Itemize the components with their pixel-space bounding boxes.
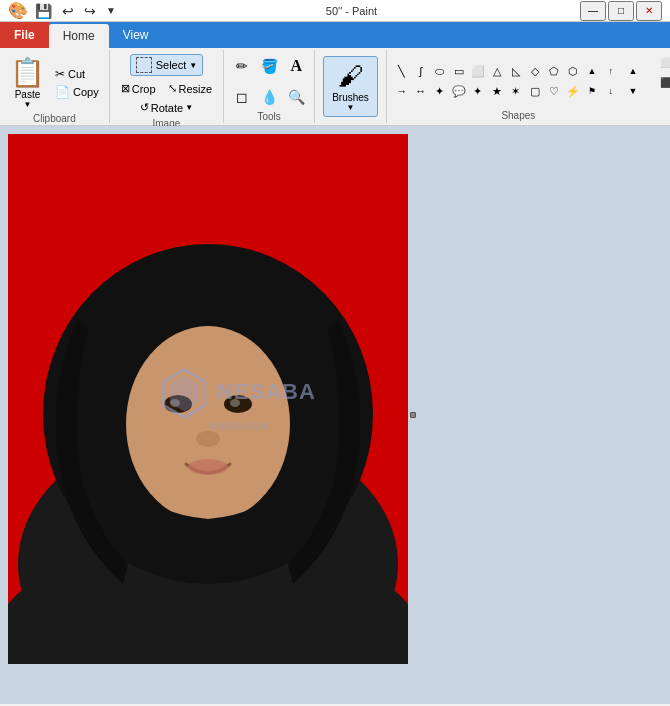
star5-shape[interactable]: ★ [488, 82, 506, 100]
select-button[interactable]: Select ▼ [130, 54, 204, 76]
outline-icon: ⬜ [660, 57, 670, 68]
rounded-rect-shape[interactable]: ⬜ [469, 62, 487, 80]
arrow-shape[interactable]: → [393, 82, 411, 100]
cut-icon: ✂ [55, 67, 65, 81]
magnifier-tool[interactable]: 🔍 [284, 85, 308, 109]
curve-shape[interactable]: ∫ [412, 62, 430, 80]
hexagon-shape[interactable]: ⬡ [564, 62, 582, 80]
copy-icon: 📄 [55, 85, 70, 99]
brushes-label: Brushes [332, 92, 369, 103]
paste-label: Paste [15, 89, 41, 100]
right-triangle-shape[interactable]: ◺ [507, 62, 525, 80]
resize-icon: ⤡ [168, 82, 177, 95]
svg-point-10 [196, 431, 220, 447]
callout-shape[interactable]: 💬 [450, 82, 468, 100]
image-group: Select ▼ ⊠ Crop ⤡ Resize ↺ Rotate ▼ [110, 50, 224, 123]
scroll2-shape[interactable]: ↓ [602, 82, 620, 100]
svg-point-9 [230, 399, 240, 407]
close-button[interactable]: ✕ [636, 1, 662, 21]
clipboard-content: 📋 Paste ▼ ✂ Cut 📄 Copy [6, 54, 103, 111]
diamond-shape[interactable]: ◇ [526, 62, 544, 80]
brushes-content: 🖌 Brushes ▼ [323, 54, 378, 119]
eraser-tool[interactable]: ◻ [230, 85, 254, 109]
heart-shape[interactable]: ♡ [545, 82, 563, 100]
svg-point-5 [126, 326, 290, 522]
select-label: Select [156, 59, 187, 71]
redo-icon[interactable]: ↪ [81, 2, 99, 20]
tools-label: Tools [230, 109, 308, 124]
dropdown-icon[interactable]: ▼ [103, 4, 119, 17]
double-arrow-shape[interactable]: ↔ [412, 82, 430, 100]
save-icon[interactable]: 💾 [32, 2, 55, 20]
tools-row-2: ◻ 💧 🔍 [230, 85, 308, 109]
flag-shape[interactable]: ⚑ [583, 82, 601, 100]
resize-button[interactable]: ⤡ Resize [163, 80, 218, 97]
outline-button[interactable]: ⬜ Outline ▼ [656, 54, 670, 70]
paste-icon: 📋 [10, 56, 45, 89]
crop-label: Crop [132, 83, 156, 95]
clipboard-small-buttons: ✂ Cut 📄 Copy [51, 66, 103, 100]
shapes-group: ╲ ∫ ⬭ ▭ ⬜ △ ◺ ◇ ⬠ ⬡ ▲ ↑ → ↔ ✦ 💬 [387, 50, 650, 123]
brushes-button[interactable]: 🖌 Brushes ▼ [323, 56, 378, 117]
crop-button[interactable]: ⊠ Crop [116, 80, 161, 97]
copy-button[interactable]: 📄 Copy [51, 84, 103, 100]
tab-file[interactable]: File [0, 22, 49, 48]
minimize-button[interactable]: — [580, 1, 606, 21]
maximize-button[interactable]: □ [608, 1, 634, 21]
image-row-1: ⊠ Crop ⤡ Resize [116, 80, 217, 97]
window-title: 50'' - Paint [123, 5, 580, 17]
select-icon [136, 57, 152, 73]
cut-label: Cut [68, 68, 85, 80]
scroll-shape[interactable]: ↑ [602, 62, 620, 80]
star4-shape[interactable]: ✦ [469, 82, 487, 100]
lightning-shape[interactable]: ⚡ [564, 82, 582, 100]
triangle-shape[interactable]: △ [488, 62, 506, 80]
shapes-grid-wrapper: ╲ ∫ ⬭ ▭ ⬜ △ ◺ ◇ ⬠ ⬡ ▲ ↑ → ↔ ✦ 💬 [393, 62, 620, 100]
brushes-icon: 🖌 [338, 61, 364, 92]
quad-arrow-shape[interactable]: ✦ [431, 82, 449, 100]
shapes-scroll: ▲ ▼ [622, 62, 644, 100]
arrow-up-shape[interactable]: ▲ [583, 62, 601, 80]
paste-button[interactable]: 📋 Paste ▼ [6, 54, 49, 111]
person-silhouette [8, 134, 408, 664]
rounded-rect2-shape[interactable]: ▢ [526, 82, 544, 100]
rect-shape[interactable]: ▭ [450, 62, 468, 80]
title-bar: 🎨 💾 ↩ ↪ ▼ 50'' - Paint — □ ✕ [0, 0, 670, 22]
canvas-area[interactable]: NESABA media.com [0, 126, 670, 704]
rotate-label: Rotate [151, 102, 183, 114]
fill-button[interactable]: ⬛ Fill ▾ [656, 74, 670, 91]
oval-shape[interactable]: ⬭ [431, 62, 449, 80]
ribbon-toolbar: 📋 Paste ▼ ✂ Cut 📄 Copy Clipboard [0, 48, 670, 126]
shapes-scroll-up[interactable]: ▲ [624, 62, 642, 80]
tools-group: ✏ 🪣 A ◻ 💧 🔍 Tools [224, 50, 315, 123]
shapes-label: Shapes [393, 108, 644, 123]
pencil-tool[interactable]: ✏ [230, 54, 254, 78]
canvas-handle[interactable] [410, 412, 416, 418]
shapes-scroll-down[interactable]: ▼ [624, 82, 642, 100]
paste-dropdown-arrow: ▼ [24, 100, 32, 109]
rotate-button[interactable]: ↺ Rotate ▼ [135, 99, 198, 116]
image-content: Select ▼ ⊠ Crop ⤡ Resize ↺ Rotate ▼ [116, 54, 217, 116]
select-arrow: ▼ [189, 61, 197, 70]
line-shape[interactable]: ╲ [393, 62, 411, 80]
text-tool[interactable]: A [284, 54, 308, 78]
crop-icon: ⊠ [121, 82, 130, 95]
pentagon-shape[interactable]: ⬠ [545, 62, 563, 80]
shapes-row-1: ╲ ∫ ⬭ ▭ ⬜ △ ◺ ◇ ⬠ ⬡ ▲ ↑ [393, 62, 620, 80]
star6-shape[interactable]: ✶ [507, 82, 525, 100]
color-picker-tool[interactable]: 💧 [257, 85, 281, 109]
rotate-icon: ↺ [140, 101, 149, 114]
cut-button[interactable]: ✂ Cut [51, 66, 103, 82]
tab-view[interactable]: View [109, 22, 163, 48]
brushes-arrow: ▼ [347, 103, 355, 112]
window-controls: — □ ✕ [580, 1, 662, 21]
tab-home[interactable]: Home [49, 24, 109, 48]
ribbon-tabs: File Home View [0, 22, 670, 48]
quick-access-toolbar: 💾 ↩ ↪ ▼ [32, 2, 119, 20]
tools-row-1: ✏ 🪣 A [230, 54, 308, 78]
clipboard-label: Clipboard [6, 111, 103, 126]
undo-icon[interactable]: ↩ [59, 2, 77, 20]
fill-icon: ⬛ [660, 77, 670, 88]
fill-tool[interactable]: 🪣 [257, 54, 281, 78]
copy-label: Copy [73, 86, 99, 98]
